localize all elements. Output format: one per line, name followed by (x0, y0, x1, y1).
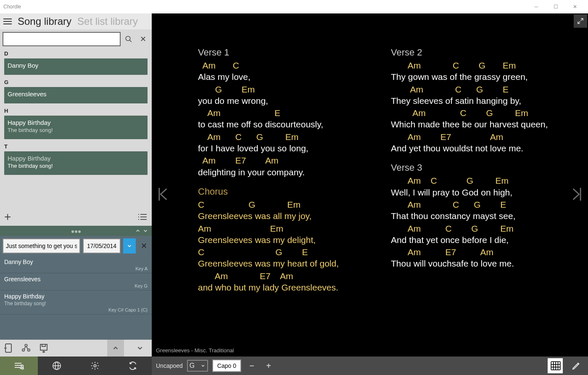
lyric-line: Greensleeves was all my joy, (198, 210, 366, 222)
hamburger-icon[interactable] (3, 16, 13, 26)
svg-line-14 (26, 346, 28, 349)
nav-songs-icon[interactable] (0, 357, 38, 375)
share-icon[interactable] (21, 343, 31, 353)
svg-line-40 (578, 364, 579, 364)
add-row: + (0, 208, 152, 226)
lyric-line: And that yet once before I die, (391, 234, 559, 246)
song-column-1: Verse 1 Am CAlas my love, G Emyou do me … (198, 47, 366, 335)
setlist-handle[interactable] (0, 226, 152, 236)
section-name: Chorus (198, 186, 366, 197)
song-list[interactable]: D Danny Boy G Greensleeves H Happy Birth… (0, 49, 152, 208)
lyric-line: That thou constancy mayst see, (391, 210, 559, 222)
svg-line-13 (24, 346, 26, 349)
song-content: Verse 1 Am CAlas my love, G Emyou do me … (152, 13, 588, 344)
song-item-happy-birthday-2[interactable]: Happy Birthday The birthday song! (4, 151, 148, 175)
song-subtitle: The birthday song! (8, 163, 144, 169)
svg-line-28 (578, 21, 580, 24)
chord-line: Am E7 Am (198, 270, 366, 282)
section-head: G (0, 77, 152, 86)
sidebar-bottom-nav (0, 357, 152, 375)
song-item-greensleeves[interactable]: Greensleeves (4, 87, 148, 103)
add-song-button[interactable]: + (4, 210, 11, 224)
tab-setlist-library[interactable]: Set list library (77, 16, 138, 27)
lyric-line: to cast me off so discourteously, (198, 119, 366, 130)
song-item-happy-birthday[interactable]: Happy Birthday The birthday song! (4, 116, 148, 139)
chord-line: Am C (198, 60, 366, 71)
bottom-bar: Uncapoed G Capo 0 − + (152, 357, 588, 375)
capo-input[interactable]: Capo 0 (212, 359, 241, 372)
setlist-chevrons[interactable] (135, 228, 148, 234)
move-up-button[interactable] (107, 340, 124, 357)
svg-point-12 (25, 344, 27, 347)
setlist-close-icon[interactable]: ✕ (138, 238, 149, 254)
chord-line: Am E7 Am (198, 155, 366, 166)
svg-point-0 (126, 36, 130, 41)
chord-line: Am C G Em (198, 131, 366, 143)
chord-line: G Em (198, 84, 366, 95)
setlist-item[interactable]: Danny Boy Key A (0, 256, 152, 273)
song-item-danny-boy[interactable]: Danny Boy (4, 58, 148, 75)
sidebar-tabs: Song library Set list library (18, 16, 138, 27)
minimize-button[interactable]: ─ (527, 0, 546, 13)
lyric-line: and who but my lady Greensleeves. (198, 282, 366, 293)
close-button[interactable]: ✕ (565, 0, 585, 13)
lyric-line: you do me wrong, (198, 95, 366, 106)
chord-line: Am C G Em (391, 175, 559, 186)
expand-icon[interactable] (574, 14, 587, 28)
section-head: D (0, 49, 152, 58)
lyric-line: for I have loved you so long, (198, 143, 366, 154)
svg-point-26 (94, 364, 96, 367)
capo-minus-button[interactable]: − (245, 359, 258, 372)
uncapoed-label: Uncapoed (156, 362, 183, 369)
key-select[interactable]: G (187, 360, 208, 372)
setlist-item[interactable]: Happy Birthday The birthday song! Key C#… (0, 290, 152, 314)
chord-line: C G Em (198, 199, 366, 210)
chord-line: Am C G E (391, 84, 559, 95)
sidebar-header: Song library Set list library (0, 13, 152, 29)
list-view-icon[interactable] (137, 213, 148, 221)
setlist-name-input[interactable] (3, 238, 80, 254)
search-icon[interactable] (122, 32, 135, 46)
lyric-line: Greensleeves was my heart of gold, (198, 258, 366, 269)
lyric-line: Thy gown was of the grassy green, (391, 71, 559, 82)
setlist-items: Danny Boy Key A Greensleeves Key G Happy… (0, 256, 152, 314)
prev-song-button[interactable] (155, 185, 170, 203)
lyric-line: They sleeves of satin hanging by, (391, 95, 559, 106)
lyric-line: Thou will vouchsafe to love me. (391, 258, 559, 269)
main: Song library Set list library ✕ D Danny … (0, 13, 588, 375)
nav-settings-icon[interactable] (76, 357, 114, 375)
chord-grid-icon[interactable] (548, 358, 563, 373)
section-name: Verse 2 (391, 47, 559, 58)
maximize-button[interactable]: ☐ (546, 0, 565, 13)
next-song-button[interactable] (570, 185, 585, 203)
song-title: Danny Boy (8, 62, 144, 69)
chord-line: Am C G Em (391, 223, 559, 234)
chord-line: Am E (198, 107, 366, 119)
device-icon[interactable] (3, 343, 13, 353)
setlist-item-key: Key C# Capo 1 (C) (4, 307, 148, 312)
tab-song-library[interactable]: Song library (18, 16, 71, 27)
nav-sync-icon[interactable] (114, 357, 152, 375)
search-clear-icon[interactable]: ✕ (137, 32, 149, 46)
capo-plus-button[interactable]: + (262, 359, 275, 372)
setlist-edit-row: ✕ (0, 236, 152, 256)
lyric-line: Greensleeves was my delight, (198, 234, 366, 246)
search-input[interactable] (3, 32, 121, 46)
move-down-button[interactable] (132, 340, 148, 357)
setlist-spacer (0, 314, 152, 340)
song-title: Greensleeves (8, 90, 144, 98)
nav-web-icon[interactable] (38, 357, 76, 375)
song-footer-info: Greensleeves - Misc. Traditional (152, 344, 588, 357)
setlist-dropdown-button[interactable] (123, 238, 136, 254)
song-viewer: Verse 1 Am CAlas my love, G Emyou do me … (152, 13, 588, 375)
chord-line: Am C G Em (391, 60, 559, 71)
chord-line: C G E (198, 246, 366, 258)
key-value: G (190, 362, 195, 370)
edit-icon[interactable] (569, 358, 584, 373)
setlist-date-input[interactable] (83, 238, 121, 254)
lyric-line: Well, I will pray to God on high, (391, 187, 559, 198)
save-icon[interactable] (39, 343, 49, 353)
chord-line: Am E7 Am (391, 131, 559, 143)
setlist-item[interactable]: Greensleeves Key G (0, 273, 152, 290)
chord-line: Am E7 Am (391, 246, 559, 258)
